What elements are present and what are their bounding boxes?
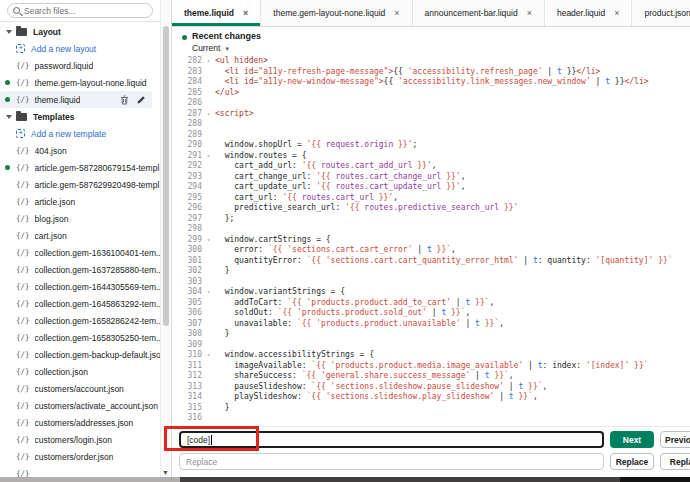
tab-product-json[interactable]: product.json×	[632, 0, 690, 26]
replace-all-button[interactable]: Replace all	[660, 453, 690, 470]
code-line[interactable]: 302 }	[172, 266, 690, 277]
code-line[interactable]: 299▾ window.cartStrings = {	[172, 235, 690, 246]
sidebar-item[interactable]: Layout	[0, 23, 160, 40]
replace-input[interactable]: Replace	[179, 453, 604, 470]
sidebar-item[interactable]: {/}customers/account.json	[0, 380, 160, 397]
code-line[interactable]: 305 addToCart: `{{ 'products.product.add…	[172, 298, 690, 309]
sidebar-item[interactable]: {/}collection.gem-backup-default.json	[0, 346, 160, 363]
sidebar-item[interactable]: {/}collection.gem-1644305569-tem...	[0, 278, 160, 295]
code-line[interactable]: 306 soldOut: `{{ 'products.product.sold_…	[172, 308, 690, 319]
code-line[interactable]: 297 };	[172, 214, 690, 225]
tab-header-liquid[interactable]: header.liquid×	[545, 0, 632, 26]
close-icon[interactable]: ×	[614, 8, 619, 18]
sidebar-item[interactable]: Add a new layout	[0, 40, 160, 57]
find-next-button[interactable]: Next	[610, 431, 654, 448]
code-token: </li>	[624, 77, 648, 88]
fold-arrow-icon[interactable]: ▾	[202, 350, 215, 361]
code-line[interactable]: 315 }	[172, 403, 690, 414]
search-input[interactable]: Search files...	[7, 3, 153, 18]
scrollbar-thumb[interactable]	[163, 26, 169, 326]
code-line[interactable]: 301 quantityError: `{{ 'sections.cart.ca…	[172, 256, 690, 267]
add-link[interactable]: Add a new layout	[31, 44, 96, 54]
sidebar-item[interactable]: {/}collection.gem-1636100401-tem...	[0, 244, 160, 261]
fold-arrow-icon[interactable]: ▾	[202, 109, 215, 120]
line-number: 282	[172, 56, 202, 67]
code-line[interactable]: 316	[172, 413, 690, 424]
tab-announcement-bar-liquid[interactable]: announcement-bar.liquid×	[413, 0, 545, 26]
file-name: collection.gem-1644305569-tem...	[35, 282, 160, 292]
sidebar-item[interactable]: {/}customers/activate_account.json	[0, 397, 160, 414]
code-line[interactable]: 285</ul>	[172, 88, 690, 99]
code-line[interactable]: 298	[172, 224, 690, 235]
fold-arrow-icon[interactable]: ▾	[202, 287, 215, 298]
code-line[interactable]: 312 shareSuccess: `{{ 'general.share.suc…	[172, 371, 690, 382]
sidebar-item[interactable]: {/}collection.gem-1645863292-tem...	[0, 295, 160, 312]
code-line[interactable]: 289	[172, 130, 690, 141]
code-line[interactable]: 296 predictive_search_url: '{{ routes.pr…	[172, 203, 690, 214]
sidebar-item[interactable]: {/}customers/addresses.json	[0, 414, 160, 431]
sidebar-item[interactable]: {/}customers/login.json	[0, 431, 160, 448]
code-token: ,	[509, 371, 514, 382]
sidebar-item[interactable]: {/}collection.gem-1658286242-tem...	[0, 312, 160, 329]
disclosure-triangle-icon[interactable]	[6, 30, 12, 34]
fold-arrow-icon[interactable]: ▾	[202, 56, 215, 67]
sidebar-item[interactable]: {/}cart.json	[0, 227, 160, 244]
scrollbar-down-arrow[interactable]: ▼	[162, 469, 169, 476]
code-line[interactable]: 313 pauseSlideshow: `{{ 'sections.slides…	[172, 382, 690, 393]
sidebar-item[interactable]: {/}article.json	[0, 193, 160, 210]
close-icon[interactable]: ×	[243, 8, 248, 18]
code-line[interactable]: 293 cart_change_url: '{{ routes.cart_cha…	[172, 172, 690, 183]
disclosure-triangle-icon[interactable]	[6, 115, 12, 119]
code-line[interactable]: 287▾<script>	[172, 109, 690, 120]
code-line[interactable]: 290 window.shopUrl = '{{ request.origin …	[172, 140, 690, 151]
sidebar-item[interactable]: {/}password.liquid	[0, 57, 160, 74]
code-line[interactable]: 304▾ window.variantStrings = {	[172, 287, 690, 298]
sidebar-item[interactable]: {/}collection.json	[0, 363, 160, 380]
code-token: '[quantity]'	[596, 256, 654, 267]
code-line[interactable]: 314 playSlideshow: `{{ 'sections.slidesh…	[172, 392, 690, 403]
tab-theme-gem-layout-none-liquid[interactable]: theme.gem-layout-none.liquid×	[261, 0, 412, 26]
code-editor[interactable]: 282▾<ul hidden>283 <li id="a11y-refresh-…	[172, 56, 690, 425]
code-line[interactable]: 300 error: `{{ 'sections.cart.cart_error…	[172, 245, 690, 256]
row-actions	[120, 95, 152, 105]
code-line[interactable]: 308 }	[172, 329, 690, 340]
close-icon[interactable]: ×	[394, 8, 399, 18]
sidebar-item[interactable]: {/}404.json	[0, 142, 160, 159]
code-line[interactable]: 307 unavailable: `{{ 'products.product.u…	[172, 319, 690, 330]
tab-theme-liquid[interactable]: theme.liquid×	[172, 0, 261, 26]
sidebar-item[interactable]: {/}collection.gem-1658305250-tem...	[0, 329, 160, 346]
add-link[interactable]: Add a new template	[31, 129, 106, 139]
code-line[interactable]: 291▾ window.routes = {	[172, 151, 690, 162]
replace-button[interactable]: Replace	[610, 453, 654, 470]
code-token: routes.cart_add_url	[321, 161, 413, 172]
version-dropdown[interactable]: Current▼	[192, 43, 230, 53]
code-line[interactable]: 282▾<ul hidden>	[172, 56, 690, 67]
code-line[interactable]: 288	[172, 119, 690, 130]
fold-arrow-icon[interactable]: ▾	[202, 151, 215, 162]
sidebar-item[interactable]: {/}collection.gem-1637285880-tem...	[0, 261, 160, 278]
sidebar-item[interactable]: {/}blog.json	[0, 210, 160, 227]
sidebar-item[interactable]: {/}theme.gem-layout-none.liquid	[0, 74, 160, 91]
delete-file-icon[interactable]	[120, 95, 129, 105]
fold-arrow-icon[interactable]: ▾	[202, 235, 215, 246]
sidebar-item[interactable]: {/}customers/order.json	[0, 448, 160, 465]
code-line[interactable]: 309	[172, 340, 690, 351]
sidebar-item[interactable]: Add a new template	[0, 125, 160, 142]
find-previous-button[interactable]: Previous	[660, 431, 690, 448]
sidebar-item[interactable]: Templates	[0, 108, 160, 125]
close-icon[interactable]: ×	[527, 8, 532, 18]
code-line[interactable]: 292 cart_add_url: '{{ routes.cart_add_ur…	[172, 161, 690, 172]
code-line[interactable]: 283 <li id="a11y-refresh-page-message">{…	[172, 67, 690, 78]
edit-file-icon[interactable]	[136, 95, 146, 105]
code-line[interactable]: 295 cart_url: '{{ routes.cart_url }}',	[172, 193, 690, 204]
code-line[interactable]: 311 imageAvailable: `{{ 'products.produc…	[172, 361, 690, 372]
code-line[interactable]: 294 cart_update_url: '{{ routes.cart_upd…	[172, 182, 690, 193]
code-line[interactable]: 310▾ window.accessibilityStrings = {	[172, 350, 690, 361]
sidebar-scrollbar[interactable]: ▼	[160, 0, 170, 477]
sidebar-item[interactable]: {/}article.gem-587629920498-templ...	[0, 176, 160, 193]
code-line[interactable]: 303	[172, 277, 690, 288]
sidebar-item[interactable]: {/}article.gem-587280679154-templ...	[0, 159, 160, 176]
sidebar-item[interactable]: {/}theme.liquid	[0, 91, 152, 108]
code-line[interactable]: 286	[172, 98, 690, 109]
code-line[interactable]: 284 <li id="a11y-new-window-message">{{ …	[172, 77, 690, 88]
